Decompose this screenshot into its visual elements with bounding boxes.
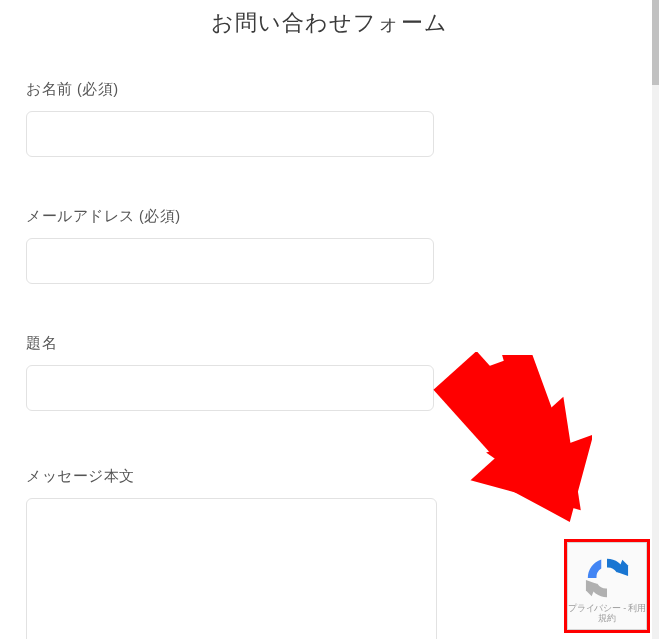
recaptcha-badge[interactable]: プライバシー - 利用規約	[567, 542, 647, 630]
name-label: お名前 (必須)	[26, 80, 633, 99]
email-input[interactable]	[26, 238, 434, 284]
message-label: メッセージ本文	[26, 467, 633, 486]
message-textarea[interactable]	[26, 498, 437, 639]
subject-label: 題名	[26, 334, 633, 353]
name-input[interactable]	[26, 111, 434, 157]
recaptcha-logo-icon	[584, 555, 630, 601]
subject-field-group: 題名	[26, 334, 633, 411]
email-label: メールアドレス (必須)	[26, 207, 633, 226]
message-field-group: メッセージ本文	[26, 467, 633, 639]
name-field-group: お名前 (必須)	[26, 80, 633, 157]
recaptcha-footer-text: プライバシー - 利用規約	[568, 603, 646, 624]
page-title: お問い合わせフォーム	[26, 8, 633, 38]
contact-form-page: お問い合わせフォーム お名前 (必須) メールアドレス (必須) 題名 メッセー…	[0, 8, 659, 639]
email-field-group: メールアドレス (必須)	[26, 207, 633, 284]
recaptcha-highlight-box: プライバシー - 利用規約	[564, 539, 650, 633]
scrollbar-track[interactable]	[652, 0, 659, 639]
scrollbar-thumb[interactable]	[652, 0, 659, 85]
subject-input[interactable]	[26, 365, 434, 411]
